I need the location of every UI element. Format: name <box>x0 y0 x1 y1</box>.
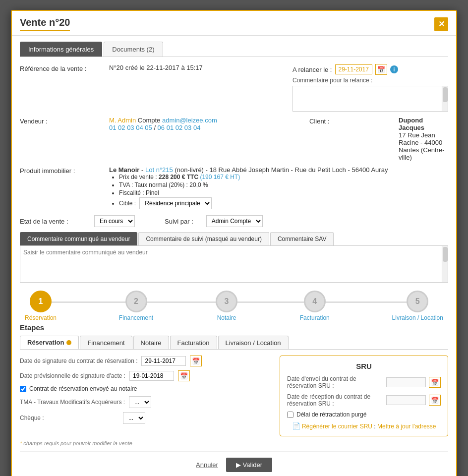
date-acte-calendar-icon[interactable]: 📅 <box>178 370 190 381</box>
cancel-button[interactable]: Annuler <box>196 458 218 472</box>
vendeur-value: M. Admin Compte admin@leizee.com 01 02 0… <box>109 117 294 131</box>
etat-select[interactable]: En cours Annulé Livré <box>94 215 135 227</box>
date-acte-row: Date prévisionnelle de signature d'acte … <box>20 370 272 381</box>
sru-regenerer-link[interactable]: Régénérer le courrier SRU <box>302 423 372 430</box>
produit-cible: Cible : Résidence principale <box>119 197 448 209</box>
sru-reception-row: Date de réception du contrat de réservat… <box>287 393 441 407</box>
vendeur-section: Vendeur : M. Admin Compte admin@leizee.c… <box>20 117 294 166</box>
produit-name-link[interactable]: Le Manoir <box>109 166 139 174</box>
sru-delai-checkbox[interactable] <box>287 412 293 418</box>
etapes-tab-notaire[interactable]: Notaire <box>133 336 169 349</box>
vendeur-phone2-link[interactable]: 06 01 02 03 04 <box>158 124 201 131</box>
relance-comment-box <box>292 86 448 112</box>
client-address: 17 Rue Jean Racine - 44000 Nantes (Centr… <box>399 131 444 161</box>
date-signature-row: Date de signature du contrat de réservat… <box>20 356 272 366</box>
produit-cible-select[interactable]: Résidence principale <box>139 197 212 209</box>
relance-row: A relancer le : 29-11-2017 📅 i <box>292 64 448 75</box>
etapes-left: Date de signature du contrat de réservat… <box>20 356 272 436</box>
produit-label: Produit immobilier : <box>20 166 109 175</box>
etapes-content: Date de signature du contrat de réservat… <box>20 356 448 436</box>
vendeur-email-link[interactable]: admin@leizee.com <box>162 117 217 124</box>
produit-lot-link[interactable]: Lot n°215 <box>145 166 173 174</box>
etapes-tab-financement[interactable]: Financement <box>80 336 132 349</box>
sru-section: SRU Date d'envoi du contrat de réservati… <box>280 356 448 436</box>
sru-reception-label: Date de réception du contrat de réservat… <box>287 393 383 407</box>
reference-relance-section: Référence de la vente : N°20 créé le 22-… <box>20 64 448 112</box>
cheque-label: Chèque : <box>20 415 119 421</box>
relance-info-icon: i <box>390 65 398 73</box>
suivi-select[interactable]: Admin Compte Autre <box>206 215 263 227</box>
step-5-label[interactable]: Livraison / Location <box>392 314 443 321</box>
step-4-circle: 4 <box>304 291 326 312</box>
etapes-title: Etapes <box>20 323 448 332</box>
etapes-tab-facturation[interactable]: Facturation <box>170 336 217 349</box>
client-value: Dupond Jacques 17 Rue Jean Racine - 4400… <box>399 117 448 161</box>
vendeur-row: Vendeur : M. Admin Compte admin@leizee.c… <box>20 117 294 131</box>
step-2-circle: 2 <box>125 291 147 312</box>
produit-row: Produit immobilier : Le Manoir - Lot n°2… <box>20 166 448 210</box>
sru-delai-row: Délai de rétractation purgé <box>287 411 441 418</box>
step-5-circle: 5 <box>407 291 428 312</box>
produit-fiscalite: Fiscalité : Pinel <box>119 189 448 196</box>
comment-tab-suivi[interactable]: Commentaire de suivi (masqué au vendeur) <box>138 232 269 245</box>
comment-tab-sav[interactable]: Commentaire SAV <box>270 232 334 245</box>
step-1-circle: 1 <box>30 291 52 312</box>
step-3-label[interactable]: Notaire <box>217 314 236 321</box>
comment-tab-vendeur[interactable]: Commentaire communiqué au vendeur <box>20 232 137 245</box>
client-row: Client : Dupond Jacques 17 Rue Jean Raci… <box>309 117 448 161</box>
step-1-label[interactable]: Réservation <box>25 314 57 321</box>
tma-label: TMA - Travaux Modificatifs Acquéreurs : <box>20 399 125 406</box>
reservation-dot <box>66 340 71 345</box>
step-reservation[interactable]: 1 Réservation <box>25 291 57 321</box>
sru-delai-label: Délai de rétractation purgé <box>296 411 366 418</box>
date-signature-label: Date de signature du contrat de réservat… <box>20 357 137 364</box>
produit-details: Prix de vente : 228 200 € TTC (190 167 €… <box>119 174 448 209</box>
modal-footer: Annuler ▶ Valider <box>20 451 448 476</box>
sru-maj-link[interactable]: Mettre à jour l'adresse <box>377 423 436 430</box>
checkbox-notaire[interactable] <box>20 386 26 392</box>
step-notaire[interactable]: 3 Notaire <box>216 291 237 321</box>
vendeur-client-section: Vendeur : M. Admin Compte admin@leizee.c… <box>20 117 448 166</box>
date-acte-input[interactable] <box>129 371 174 381</box>
etat-label: Etat de la vente : <box>20 218 84 225</box>
validate-button[interactable]: ▶ Valider <box>226 458 272 472</box>
step-facturation[interactable]: 4 Facturation <box>300 291 330 321</box>
step-4-label[interactable]: Facturation <box>300 314 330 321</box>
modal-title: Vente n°20 <box>20 17 70 31</box>
relance-comment-textarea[interactable] <box>293 86 448 112</box>
relance-calendar-icon[interactable]: 📅 <box>375 64 387 75</box>
champs-requis: * champs requis pour pouvoir modifier la… <box>20 440 448 446</box>
sru-links-row: 📄 Régénérer le courrier SRU : Mettre à j… <box>287 422 441 430</box>
modal-dialog: Vente n°20 ✕ Informations générales Docu… <box>11 10 457 476</box>
step-livraison[interactable]: 5 Livraison / Location <box>392 291 443 321</box>
close-button[interactable]: ✕ <box>434 17 448 31</box>
sru-envoi-input[interactable] <box>386 377 426 387</box>
tma-select[interactable]: ... <box>129 396 151 408</box>
reference-row: Référence de la vente : N°20 créé le 22-… <box>20 64 278 72</box>
modal-header: Vente n°20 ✕ <box>12 11 456 36</box>
etapes-section: Etapes Réservation Financement Notaire F… <box>20 323 448 446</box>
produit-address: 18 Rue Abbé Joseph Martin - Rue du Petit… <box>210 166 388 174</box>
relance-date: 29-11-2017 <box>335 64 372 74</box>
reference-section: Référence de la vente : N°20 créé le 22-… <box>20 64 278 112</box>
sru-envoi-calendar-icon[interactable]: 📅 <box>429 377 441 388</box>
etapes-tab-reservation[interactable]: Réservation <box>20 336 79 349</box>
etat-row: Etat de la vente : En cours Annulé Livré… <box>20 215 448 227</box>
vendeur-phone1-link[interactable]: 01 02 03 04 05 <box>109 124 152 131</box>
comment-textarea[interactable] <box>20 246 448 281</box>
sru-reception-input[interactable] <box>386 395 426 405</box>
cheque-select[interactable]: ... <box>123 412 145 424</box>
reference-text: N°20 créé le 22-11-2017 à 15:17 <box>109 64 203 71</box>
date-signature-input[interactable] <box>141 356 186 366</box>
step-financement[interactable]: 2 Financement <box>119 291 153 321</box>
step-2-label[interactable]: Financement <box>119 314 153 321</box>
tab-documents[interactable]: Documents (2) <box>104 42 163 57</box>
date-signature-calendar-icon[interactable]: 📅 <box>190 356 202 366</box>
etapes-tab-livraison[interactable]: Livraison / Location <box>218 336 289 349</box>
vendeur-name-link[interactable]: M. Admin <box>109 117 136 124</box>
relance-comment-row: Commentaire pour la relance : <box>292 77 448 112</box>
sru-title: SRU <box>287 362 441 370</box>
reference-label: Référence de la vente : <box>20 64 109 72</box>
sru-reception-calendar-icon[interactable]: 📅 <box>429 395 441 406</box>
tab-informations-generales[interactable]: Informations générales <box>20 42 102 57</box>
